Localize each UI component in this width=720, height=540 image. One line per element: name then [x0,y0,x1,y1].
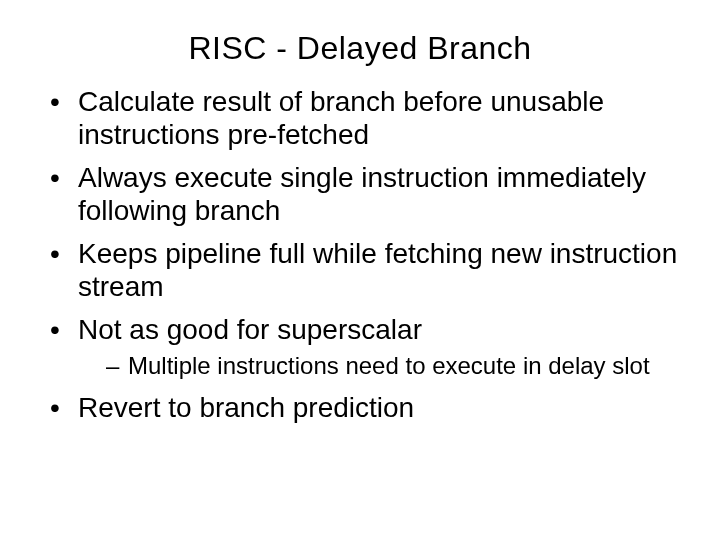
sub-bullet-item: Multiple instructions need to execute in… [106,352,680,380]
slide-title: RISC - Delayed Branch [40,30,680,67]
bullet-item: Keeps pipeline full while fetching new i… [50,237,680,303]
bullet-item: Calculate result of branch before unusab… [50,85,680,151]
bullet-text: Revert to branch prediction [78,392,414,423]
sub-bullet-list: Multiple instructions need to execute in… [78,352,680,380]
bullet-text: Always execute single instruction immedi… [78,162,646,226]
bullet-text: Calculate result of branch before unusab… [78,86,604,150]
sub-bullet-text: Multiple instructions need to execute in… [128,352,650,379]
bullet-item: Not as good for superscalar Multiple ins… [50,313,680,380]
bullet-text: Not as good for superscalar [78,314,422,345]
bullet-list: Calculate result of branch before unusab… [40,85,680,424]
bullet-item: Always execute single instruction immedi… [50,161,680,227]
bullet-item: Revert to branch prediction [50,391,680,424]
bullet-text: Keeps pipeline full while fetching new i… [78,238,677,302]
slide: RISC - Delayed Branch Calculate result o… [0,0,720,540]
